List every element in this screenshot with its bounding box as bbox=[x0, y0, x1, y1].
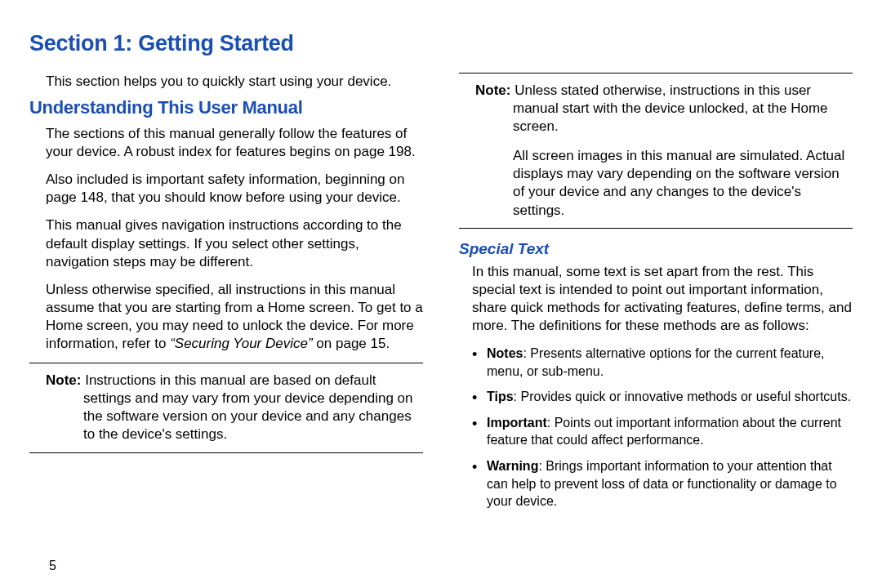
two-column-layout: This section helps you to quickly start … bbox=[29, 73, 853, 519]
bullet-body: : Brings important information to your a… bbox=[487, 459, 837, 508]
list-item: Warning: Brings important information to… bbox=[472, 457, 853, 510]
paragraph: Unless otherwise specified, all instruct… bbox=[46, 281, 423, 353]
left-column: This section helps you to quickly start … bbox=[29, 73, 423, 519]
list-item: Important: Points out important informat… bbox=[472, 414, 853, 449]
note-extra-text: All screen images in this manual are sim… bbox=[475, 147, 853, 219]
note-label: Note: bbox=[475, 82, 514, 98]
note-body: Unless stated otherwise, instructions in… bbox=[513, 82, 828, 134]
note-label: Note: bbox=[46, 372, 85, 388]
note-box: Note: Instructions in this manual are ba… bbox=[29, 363, 423, 452]
section-title: Section 1: Getting Started bbox=[29, 31, 853, 56]
paragraph: This manual gives navigation instruction… bbox=[46, 216, 423, 270]
note-text: Note: Unless stated otherwise, instructi… bbox=[475, 82, 853, 136]
bullet-body: : Presents alternative options for the c… bbox=[487, 346, 825, 378]
note-text: Note: Instructions in this manual are ba… bbox=[46, 372, 423, 443]
list-item: Notes: Presents alternative options for … bbox=[472, 345, 853, 380]
bullet-label: Tips bbox=[487, 390, 514, 403]
subheading-special-text: Special Text bbox=[459, 240, 853, 258]
bullet-label: Notes bbox=[487, 346, 523, 360]
bullet-label: Important bbox=[487, 416, 547, 430]
paragraph: Also included is important safety inform… bbox=[46, 171, 423, 207]
bullet-list: Notes: Presents alternative options for … bbox=[472, 345, 853, 510]
bullet-label: Warning bbox=[487, 459, 538, 473]
list-item: Tips: Provides quick or innovative metho… bbox=[472, 388, 853, 406]
right-column: Note: Unless stated otherwise, instructi… bbox=[459, 73, 853, 519]
cross-reference: “Securing Your Device” bbox=[170, 336, 313, 351]
note-box: Note: Unless stated otherwise, instructi… bbox=[459, 73, 853, 229]
subheading-understanding: Understanding This User Manual bbox=[29, 97, 423, 118]
note-body: Instructions in this manual are based on… bbox=[83, 372, 413, 442]
intro-text: This section helps you to quickly start … bbox=[46, 73, 423, 91]
page-number: 5 bbox=[49, 559, 56, 573]
bullet-body: : Provides quick or innovative methods o… bbox=[514, 390, 852, 403]
paragraph: The sections of this manual generally fo… bbox=[46, 125, 423, 161]
paragraph-text: on page 15. bbox=[313, 336, 390, 351]
paragraph: In this manual, some text is set apart f… bbox=[472, 263, 853, 335]
